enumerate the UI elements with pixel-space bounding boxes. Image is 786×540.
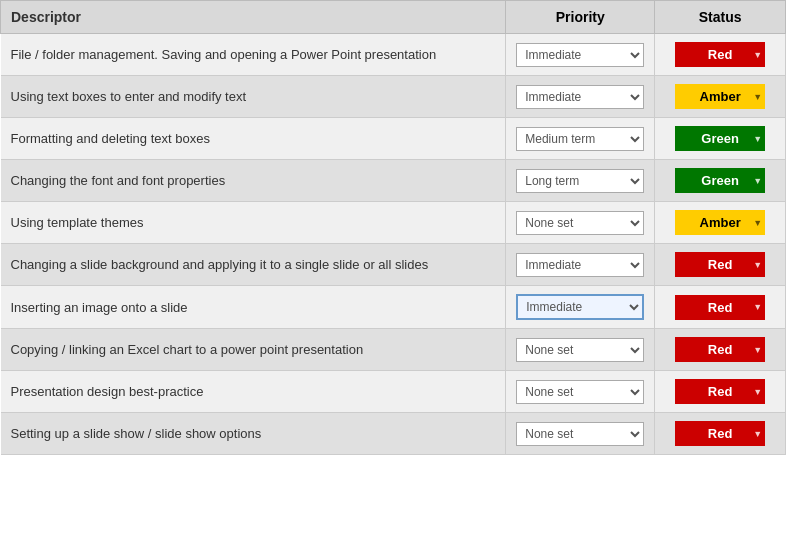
- table-row: Changing the font and font propertiesImm…: [1, 160, 786, 202]
- priority-cell: ImmediateShort termMedium termLong termN…: [506, 160, 655, 202]
- status-cell: Red: [655, 34, 786, 76]
- priority-cell: ImmediateShort termMedium termLong termN…: [506, 202, 655, 244]
- table-row: Changing a slide background and applying…: [1, 244, 786, 286]
- status-button[interactable]: Green: [675, 168, 765, 193]
- descriptor-cell: Inserting an image onto a slide: [1, 286, 506, 329]
- header-status: Status: [655, 1, 786, 34]
- descriptor-cell: Formatting and deleting text boxes: [1, 118, 506, 160]
- table-row: Using template themesImmediateShort term…: [1, 202, 786, 244]
- descriptor-cell: Copying / linking an Excel chart to a po…: [1, 329, 506, 371]
- status-cell: Amber: [655, 76, 786, 118]
- priority-cell: ImmediateShort termMedium termLong termN…: [506, 118, 655, 160]
- priority-select[interactable]: ImmediateShort termMedium termLong termN…: [516, 85, 644, 109]
- priority-select[interactable]: ImmediateShort termMedium termLong termN…: [516, 422, 644, 446]
- status-cell: Green: [655, 118, 786, 160]
- priority-cell: ImmediateShort termMedium termLong termN…: [506, 34, 655, 76]
- descriptor-cell: Changing the font and font properties: [1, 160, 506, 202]
- status-button[interactable]: Green: [675, 126, 765, 151]
- priority-select[interactable]: ImmediateShort termMedium termLong termN…: [516, 127, 644, 151]
- priority-cell: ImmediateShort termMedium termLong termN…: [506, 76, 655, 118]
- table-row: Using text boxes to enter and modify tex…: [1, 76, 786, 118]
- priority-cell: ImmediateShort termMedium termLong termN…: [506, 371, 655, 413]
- header-priority: Priority: [506, 1, 655, 34]
- status-button[interactable]: Red: [675, 379, 765, 404]
- header-descriptor: Descriptor: [1, 1, 506, 34]
- priority-cell: ImmediateShort termMedium termLong termN…: [506, 286, 655, 329]
- priority-select[interactable]: ImmediateShort termMedium termLong termN…: [516, 43, 644, 67]
- table-row: Inserting an image onto a slideImmediate…: [1, 286, 786, 329]
- descriptor-cell: File / folder management. Saving and ope…: [1, 34, 506, 76]
- descriptor-cell: Setting up a slide show / slide show opt…: [1, 413, 506, 455]
- table-row: Setting up a slide show / slide show opt…: [1, 413, 786, 455]
- table-row: Presentation design best-practiceImmedia…: [1, 371, 786, 413]
- status-button[interactable]: Red: [675, 295, 765, 320]
- status-cell: Green: [655, 160, 786, 202]
- priority-select[interactable]: ImmediateShort termMedium termLong termN…: [516, 169, 644, 193]
- priority-select[interactable]: ImmediateShort termMedium termLong termN…: [516, 338, 644, 362]
- table-header-row: Descriptor Priority Status: [1, 1, 786, 34]
- main-table: Descriptor Priority Status File / folder…: [0, 0, 786, 455]
- descriptor-cell: Using template themes: [1, 202, 506, 244]
- priority-select[interactable]: ImmediateShort termMedium termLong termN…: [516, 380, 644, 404]
- status-cell: Red: [655, 286, 786, 329]
- status-cell: Red: [655, 413, 786, 455]
- table-row: Formatting and deleting text boxesImmedi…: [1, 118, 786, 160]
- descriptor-cell: Presentation design best-practice: [1, 371, 506, 413]
- table-row: Copying / linking an Excel chart to a po…: [1, 329, 786, 371]
- table-row: File / folder management. Saving and ope…: [1, 34, 786, 76]
- status-cell: Red: [655, 244, 786, 286]
- priority-select[interactable]: ImmediateShort termMedium termLong termN…: [516, 211, 644, 235]
- status-cell: Amber: [655, 202, 786, 244]
- descriptor-cell: Changing a slide background and applying…: [1, 244, 506, 286]
- status-button[interactable]: Amber: [675, 84, 765, 109]
- status-cell: Red: [655, 329, 786, 371]
- status-button[interactable]: Red: [675, 42, 765, 67]
- status-button[interactable]: Red: [675, 421, 765, 446]
- descriptor-cell: Using text boxes to enter and modify tex…: [1, 76, 506, 118]
- priority-select[interactable]: ImmediateShort termMedium termLong termN…: [516, 253, 644, 277]
- status-button[interactable]: Amber: [675, 210, 765, 235]
- priority-cell: ImmediateShort termMedium termLong termN…: [506, 329, 655, 371]
- status-cell: Red: [655, 371, 786, 413]
- priority-cell: ImmediateShort termMedium termLong termN…: [506, 244, 655, 286]
- priority-cell: ImmediateShort termMedium termLong termN…: [506, 413, 655, 455]
- status-button[interactable]: Red: [675, 337, 765, 362]
- priority-select[interactable]: ImmediateShort termMedium termLong termN…: [516, 294, 644, 320]
- status-button[interactable]: Red: [675, 252, 765, 277]
